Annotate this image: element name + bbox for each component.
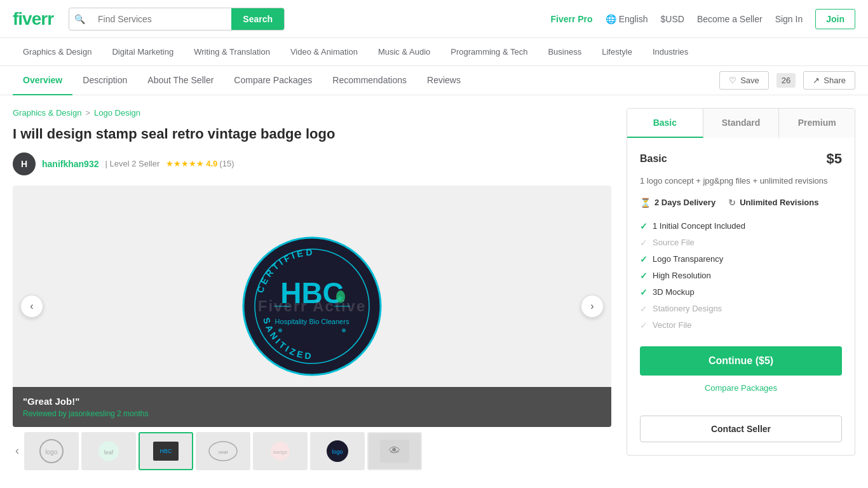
breadcrumb-category[interactable]: Graphics & Design — [13, 108, 81, 118]
feature-7: ✓ Vector File — [640, 317, 842, 334]
language-selector[interactable]: 🌐 English — [606, 14, 648, 24]
globe-icon: 🌐 — [606, 14, 616, 24]
nav-item-programming---tech[interactable]: Programming & Tech — [440, 38, 538, 65]
svg-text:Hospitality Bio Cleaners: Hospitality Bio Cleaners — [275, 318, 349, 325]
nav-item-writing---translation[interactable]: Writing & Translation — [184, 38, 280, 65]
contact-seller-button[interactable]: Contact Seller — [640, 416, 842, 442]
seller-name[interactable]: hanifkhan932 — [42, 159, 98, 169]
review-overlay: "Great Job!" Reviewed by jasonkeesling 2… — [13, 387, 611, 427]
tab-reviews[interactable]: Reviews — [417, 66, 471, 95]
heart-icon: ♡ — [729, 76, 736, 85]
save-label: Save — [740, 76, 759, 85]
continue-button[interactable]: Continue ($5) — [640, 346, 842, 376]
thumbnail-6[interactable]: logo — [310, 432, 365, 470]
pricing-body: Basic $5 1 logo concept + jpg&png files … — [627, 138, 855, 416]
seller-level: | Level 2 Seller — [105, 159, 159, 168]
feature-2: ✓ Source File — [640, 234, 842, 251]
reviewer-name[interactable]: jasonkeesling — [69, 409, 115, 418]
thumbnail-3[interactable]: HBC — [139, 432, 193, 470]
svg-point-11 — [342, 329, 346, 332]
nav-item-graphics---design[interactable]: Graphics & Design — [13, 38, 102, 65]
nav-bar: Graphics & DesignDigital MarketingWritin… — [0, 38, 868, 66]
carousel-prev-button[interactable]: ‹ — [20, 295, 43, 318]
become-seller-link[interactable]: Become a Seller — [697, 14, 763, 24]
svg-text:badge: badge — [273, 449, 288, 455]
svg-text:HBC: HBC — [159, 448, 172, 454]
feature-6-check: ✓ — [640, 304, 648, 314]
clock-icon: ⏳ — [640, 198, 651, 208]
header-right: Fiverr Pro 🌐 English $USD Become a Selle… — [550, 9, 855, 29]
thumbnail-4[interactable]: oval — [196, 432, 250, 470]
search-button[interactable]: Search — [231, 8, 284, 30]
features-list: ✓ 1 Initial Concept Included ✓ Source Fi… — [640, 218, 842, 334]
tab-compare-packages[interactable]: Compare Packages — [224, 66, 322, 95]
nav-item-industries[interactable]: Industries — [642, 38, 698, 65]
feature-5: ✓ 3D Mockup — [640, 284, 842, 301]
feature-5-label: 3D Mockup — [653, 287, 695, 297]
logo-text: fiverr — [13, 9, 53, 29]
share-button[interactable]: ↗ Share — [803, 71, 855, 90]
search-input[interactable] — [90, 9, 231, 29]
thumbnail-2[interactable]: leaf — [81, 432, 136, 470]
package-description: 1 logo concept + jpg&png files + unlimit… — [640, 175, 842, 187]
delivery-label: 2 Days Delivery — [654, 198, 715, 207]
nav-item-business[interactable]: Business — [538, 38, 592, 65]
tab-overview[interactable]: Overview — [13, 66, 72, 95]
join-button[interactable]: Join — [815, 9, 855, 29]
revisions-meta: ↻ Unlimited Revisions — [728, 198, 818, 208]
share-icon: ↗ — [813, 76, 820, 85]
nav-item-digital-marketing[interactable]: Digital Marketing — [102, 38, 184, 65]
rating-count: (15) — [219, 159, 234, 168]
svg-point-10 — [278, 329, 282, 332]
pricing-tab-basic[interactable]: Basic — [627, 109, 703, 138]
feature-1: ✓ 1 Initial Concept Included — [640, 218, 842, 234]
sign-in-link[interactable]: Sign In — [775, 14, 803, 24]
carousel-next-button[interactable]: › — [581, 295, 604, 318]
fiverr-pro-link[interactable]: Fiverr Pro — [550, 14, 592, 24]
contact-area: Contact Seller — [627, 416, 855, 455]
feature-1-label: 1 Initial Concept Included — [653, 221, 745, 231]
feature-1-check: ✓ — [640, 221, 648, 231]
logo[interactable]: fiverr — [13, 9, 53, 29]
compare-packages-link[interactable]: Compare Packages — [640, 383, 842, 393]
nav-item-lifestyle[interactable]: Lifestyle — [592, 38, 642, 65]
tab-about-seller[interactable]: About The Seller — [137, 66, 224, 95]
package-name: Basic — [640, 153, 667, 165]
feature-7-label: Vector File — [653, 320, 691, 330]
feature-3-check: ✓ — [640, 254, 648, 264]
rating-stars: ★★★★★ — [166, 159, 204, 168]
currency-selector[interactable]: $USD — [661, 14, 684, 24]
thumbnails-strip: ‹ logo leaf HBC oval — [13, 427, 611, 475]
feature-4: ✓ High Resolution — [640, 268, 842, 284]
thumbs-prev-button[interactable]: ‹ — [13, 444, 22, 458]
right-column: Basic Standard Premium Basic $5 1 logo c… — [627, 108, 855, 475]
svg-point-9 — [336, 290, 345, 303]
tab-description[interactable]: Description — [72, 66, 137, 95]
tab-recommendations[interactable]: Recommendations — [322, 66, 417, 95]
delivery-meta: ⏳ 2 Days Delivery — [640, 198, 715, 208]
image-carousel: CERTIFIED SANITIZED HBC Hospitality Bio … — [13, 186, 611, 427]
breadcrumb-subcategory[interactable]: Logo Design — [94, 108, 140, 118]
nav-item-music---audio[interactable]: Music & Audio — [368, 38, 440, 65]
feature-4-label: High Resolution — [653, 271, 711, 280]
pricing-tab-premium[interactable]: Premium — [779, 109, 855, 138]
save-button[interactable]: ♡ Save — [719, 71, 769, 90]
thumbnail-5[interactable]: badge — [253, 432, 308, 470]
nav-item-video---animation[interactable]: Video & Animation — [280, 38, 368, 65]
feature-6-label: Stationery Designs — [653, 304, 722, 313]
svg-text:logo: logo — [46, 449, 58, 456]
header: fiverr 🔍 Search Fiverr Pro 🌐 English $US… — [0, 0, 868, 38]
save-count: 26 — [776, 73, 796, 88]
feature-2-check: ✓ — [640, 238, 648, 248]
search-icon: 🔍 — [69, 14, 90, 24]
feature-3-label: Logo Transparency — [653, 254, 723, 264]
thumbnail-7[interactable]: icon 👁 — [367, 432, 422, 470]
pricing-tab-standard[interactable]: Standard — [703, 109, 780, 138]
main-content: Graphics & Design > Logo Design I will d… — [0, 95, 868, 488]
svg-text:HBC: HBC — [280, 276, 344, 309]
thumbnail-1[interactable]: logo — [24, 432, 79, 470]
feature-4-check: ✓ — [640, 271, 648, 281]
gig-title: I will design stamp seal retro vintage b… — [13, 125, 611, 144]
svg-text:oval: oval — [219, 449, 228, 455]
refresh-icon: ↻ — [728, 198, 736, 208]
